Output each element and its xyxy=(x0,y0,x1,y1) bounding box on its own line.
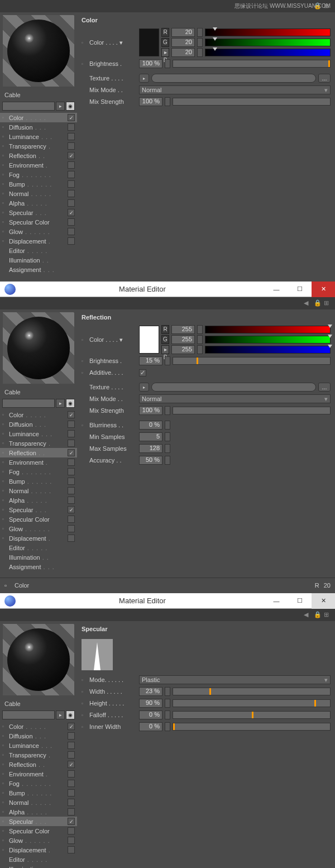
nav-input[interactable] xyxy=(2,102,55,111)
channel-checkbox[interactable] xyxy=(68,478,75,485)
channel-transparency[interactable]: ▫Transparency . xyxy=(0,141,77,151)
lock-icon[interactable]: 🔒 xyxy=(314,611,322,619)
channel-checkbox[interactable] xyxy=(68,742,75,749)
channel-checkbox[interactable] xyxy=(68,218,75,226)
brightness-input[interactable]: 15 % xyxy=(139,356,162,365)
channel-reflection[interactable]: ▫Reflection . . xyxy=(0,448,77,457)
channel-checkbox[interactable] xyxy=(68,190,75,197)
channel-bump[interactable]: ▫Bump . . . . . . xyxy=(0,179,77,189)
channel-checkbox[interactable] xyxy=(68,723,75,730)
channel-displacement[interactable]: ▫Displacement . xyxy=(0,845,77,855)
minimize-button[interactable]: — xyxy=(265,282,288,297)
b-label[interactable]: ▸ B xyxy=(161,345,169,354)
channel-editor[interactable]: Editor . . . . . xyxy=(0,855,77,864)
lock-open-icon[interactable]: ⊞ xyxy=(324,611,332,619)
channel-checkbox[interactable] xyxy=(68,430,75,437)
channel-checkbox[interactable] xyxy=(68,516,75,523)
channel-normal[interactable]: ▫Normal . . . . . xyxy=(0,798,77,807)
channel-checkbox[interactable] xyxy=(68,133,75,140)
close-button[interactable]: ✕ xyxy=(312,593,335,609)
channel-fog[interactable]: ▫Fog . . . . . . . xyxy=(0,170,77,179)
channel-checkbox[interactable] xyxy=(68,459,75,466)
channel-fog[interactable]: ▫Fog . . . . . . . xyxy=(0,467,77,476)
channel-checkbox[interactable] xyxy=(68,525,75,532)
channel-environment[interactable]: ▫Environment . xyxy=(0,160,77,170)
texture-field[interactable] xyxy=(151,74,316,83)
expand-icon[interactable]: ▫ xyxy=(82,40,87,45)
texture-arrow-icon[interactable]: ▸ xyxy=(139,74,149,83)
brightness-slider[interactable] xyxy=(173,60,331,68)
height-slider[interactable] xyxy=(173,699,331,707)
r-slider[interactable] xyxy=(205,28,331,36)
channel-alpha[interactable]: ▫Alpha . . . . . xyxy=(0,495,77,505)
texture-browse-button[interactable]: ... xyxy=(318,74,331,83)
brightness-slider[interactable] xyxy=(173,357,331,365)
channel-checkbox[interactable] xyxy=(68,440,75,447)
r-input[interactable]: 20 xyxy=(171,28,195,37)
channel-checkbox[interactable] xyxy=(68,123,75,131)
channel-illumination[interactable]: Illumination . . xyxy=(0,864,77,868)
channel-checkbox[interactable] xyxy=(68,421,75,428)
nav-play-icon[interactable]: ▸ xyxy=(56,399,65,408)
channel-reflection[interactable]: ▫Reflection . . xyxy=(0,151,77,160)
channel-checkbox[interactable] xyxy=(68,846,75,853)
channel-checkbox[interactable] xyxy=(68,152,75,159)
r-input[interactable]: 255 xyxy=(171,325,195,334)
channel-displacement[interactable]: ▫Displacement . xyxy=(0,533,77,543)
channel-checkbox[interactable] xyxy=(68,827,75,834)
b-input[interactable]: 255 xyxy=(171,345,195,354)
g-label[interactable]: G xyxy=(161,335,169,344)
channel-checkbox[interactable] xyxy=(68,818,75,825)
channel-diffusion[interactable]: ▫Diffusion . . . xyxy=(0,419,77,429)
channel-luminance[interactable]: ▫Luminance . . . xyxy=(0,132,77,141)
channel-fog[interactable]: ▫Fog . . . . . . . xyxy=(0,779,77,788)
channel-checkbox[interactable] xyxy=(68,780,75,787)
channel-specular[interactable]: ▫Specular . . . xyxy=(0,208,77,217)
channel-glow[interactable]: ▫Glow . . . . . . xyxy=(0,836,77,845)
channel-specular[interactable]: ▫Specular . . . xyxy=(0,817,77,826)
close-button[interactable]: ✕ xyxy=(312,282,335,297)
channel-diffusion[interactable]: ▫Diffusion . . . xyxy=(0,731,77,741)
minimize-button[interactable]: — xyxy=(265,593,288,609)
maximize-button[interactable]: ☐ xyxy=(288,282,312,297)
b-input[interactable]: 20 xyxy=(171,48,195,57)
channel-transparency[interactable]: ▫Transparency . xyxy=(0,438,77,448)
channel-specular-color[interactable]: ▫Specular Color xyxy=(0,514,77,524)
channel-diffusion[interactable]: ▫Diffusion . . . xyxy=(0,122,77,132)
nav-back-icon[interactable]: ◀ xyxy=(304,611,312,619)
color-swatch[interactable] xyxy=(139,326,159,354)
channel-luminance[interactable]: ▫Luminance . . . xyxy=(0,429,77,438)
brightness-input[interactable]: 100 % xyxy=(139,59,162,68)
channel-bump[interactable]: ▫Bump . . . . . . xyxy=(0,476,77,486)
channel-glow[interactable]: ▫Glow . . . . . . xyxy=(0,524,77,533)
channel-checkbox[interactable] xyxy=(68,209,75,216)
channel-alpha[interactable]: ▫Alpha . . . . . xyxy=(0,807,77,817)
channel-checkbox[interactable] xyxy=(68,468,75,475)
b-spinner[interactable] xyxy=(197,48,203,57)
channel-glow[interactable]: ▫Glow . . . . . . xyxy=(0,227,77,236)
nav-play-icon[interactable]: ▸ xyxy=(56,710,65,719)
height-input[interactable]: 90 % xyxy=(139,699,162,708)
channel-specular-color[interactable]: ▫Specular Color xyxy=(0,826,77,836)
channel-color[interactable]: ▫Color . . . . . xyxy=(0,722,77,731)
innerwidth-input[interactable]: 0 % xyxy=(139,722,162,731)
channel-bump[interactable]: ▫Bump . . . . . . xyxy=(0,788,77,798)
texture-arrow-icon[interactable]: ▸ xyxy=(139,383,149,392)
g-slider[interactable] xyxy=(205,336,331,344)
r-label[interactable]: R xyxy=(161,28,169,37)
g-input[interactable]: 255 xyxy=(171,335,195,344)
channel-checkbox[interactable] xyxy=(68,449,75,456)
channel-color[interactable]: ▫Color . . . . . xyxy=(0,410,77,419)
channel-illumination[interactable]: Illumination . . xyxy=(0,255,77,265)
channel-checkbox[interactable] xyxy=(68,161,75,169)
channel-checkbox[interactable] xyxy=(68,142,75,150)
channel-checkbox[interactable] xyxy=(68,199,75,207)
channel-normal[interactable]: ▫Normal . . . . . xyxy=(0,189,77,198)
b-label[interactable]: ▸ B xyxy=(161,48,169,57)
g-slider[interactable] xyxy=(205,39,331,46)
r-label[interactable]: R xyxy=(161,325,169,334)
channel-assignment[interactable]: Assignment . . . xyxy=(0,562,77,571)
lock-icon[interactable]: 🔒 xyxy=(314,299,322,307)
channel-environment[interactable]: ▫Environment . xyxy=(0,769,77,779)
b-slider[interactable] xyxy=(205,49,331,56)
